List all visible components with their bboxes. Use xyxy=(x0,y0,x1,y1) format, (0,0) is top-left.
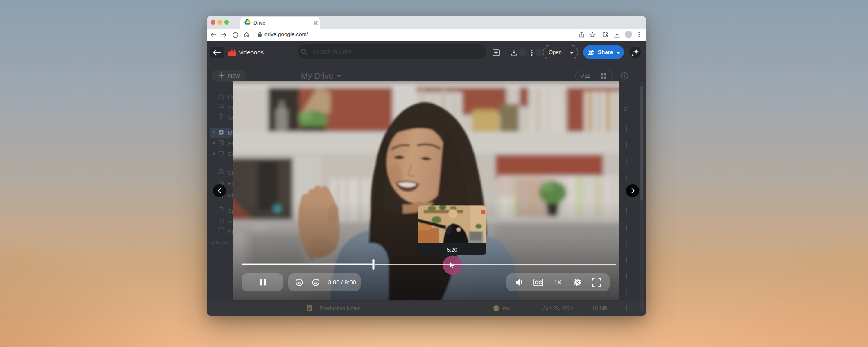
svg-text:5:20: 5:20 xyxy=(447,247,457,253)
svg-text:10: 10 xyxy=(298,281,301,284)
svg-text:3:00 / 8:00: 3:00 / 8:00 xyxy=(328,279,356,286)
svg-text:10: 10 xyxy=(314,281,317,284)
svg-text:1X: 1X xyxy=(554,279,561,286)
